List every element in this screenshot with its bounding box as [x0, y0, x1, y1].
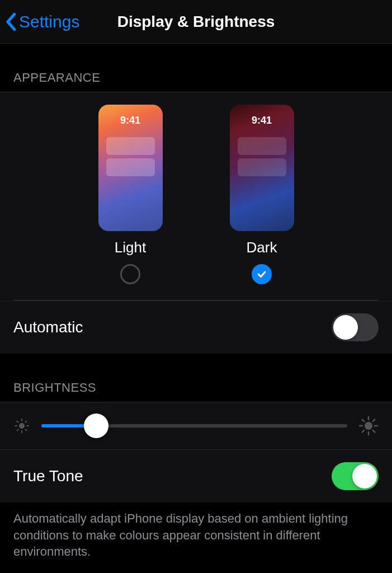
sun-small-icon	[13, 417, 30, 434]
brightness-header: Brightness	[0, 354, 392, 402]
appearance-option-dark[interactable]: 9:41 Dark	[230, 105, 294, 284]
svg-point-0	[19, 423, 25, 429]
dark-label: Dark	[247, 239, 277, 256]
navbar: Settings Display & Brightness	[0, 0, 392, 44]
light-preview: 9:41	[98, 105, 163, 231]
true-tone-label: True Tone	[13, 467, 83, 485]
true-tone-toggle[interactable]	[332, 462, 379, 490]
true-tone-row: True Tone	[0, 449, 392, 502]
automatic-row: Automatic	[0, 300, 392, 354]
svg-line-5	[17, 421, 18, 422]
preview-widget	[238, 158, 286, 176]
svg-line-6	[25, 429, 26, 430]
back-label: Settings	[19, 12, 79, 31]
svg-line-16	[362, 430, 365, 433]
dark-radio[interactable]	[252, 264, 272, 284]
appearance-header: Appearance	[0, 44, 392, 92]
svg-point-9	[365, 422, 372, 430]
sun-large-icon	[358, 416, 379, 436]
true-tone-description: Automatically adapt iPhone display based…	[0, 502, 392, 573]
toggle-knob	[352, 464, 377, 489]
preview-widget	[106, 137, 155, 155]
appearance-panel: 9:41 Light 9:41 Dark	[0, 92, 392, 300]
checkmark-icon	[256, 269, 267, 280]
preview-time: 9:41	[98, 115, 163, 126]
svg-line-14	[362, 420, 365, 422]
brightness-row	[0, 402, 392, 449]
svg-line-17	[373, 420, 375, 422]
back-button[interactable]: Settings	[4, 12, 79, 31]
chevron-left-icon	[4, 12, 17, 31]
dark-preview: 9:41	[230, 105, 294, 231]
automatic-label: Automatic	[13, 318, 83, 336]
appearance-option-light[interactable]: 9:41 Light	[98, 105, 163, 284]
automatic-toggle[interactable]	[332, 313, 379, 341]
preview-widget	[238, 137, 286, 155]
toggle-knob	[333, 315, 358, 340]
light-radio[interactable]	[120, 264, 140, 284]
light-label: Light	[115, 239, 146, 256]
slider-thumb[interactable]	[84, 414, 108, 438]
svg-line-15	[373, 430, 375, 433]
brightness-slider[interactable]	[41, 415, 347, 437]
preview-time: 9:41	[230, 115, 294, 126]
svg-line-7	[17, 429, 18, 430]
preview-widget	[106, 158, 155, 176]
svg-line-8	[25, 421, 26, 422]
